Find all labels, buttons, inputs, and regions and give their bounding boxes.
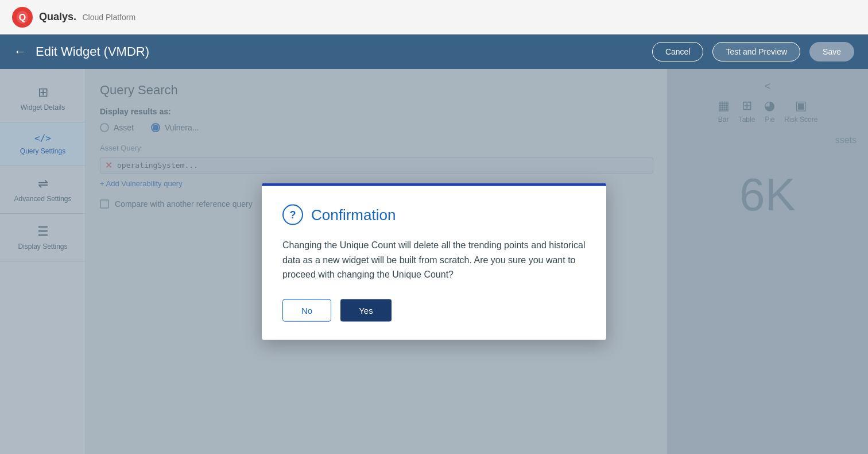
logo-area: Q Qualys. Cloud Platform [11, 6, 135, 28]
modal-no-button[interactable]: No [282, 299, 331, 321]
modal-title: Confirmation [311, 206, 396, 224]
qualys-logo-icon: Q [11, 6, 33, 28]
modal-message: Changing the Unique Count will delete al… [282, 238, 586, 282]
modal-question-icon: ? [282, 205, 303, 225]
save-button[interactable]: Save [809, 42, 854, 61]
main-layout: ⊞ Widget Details </> Query Settings ⇌ Ad… [0, 69, 868, 454]
logo-sub: Cloud Platform [82, 13, 135, 22]
modal-body: ? Confirmation Changing the Unique Count… [262, 186, 606, 340]
svg-text:Q: Q [19, 13, 26, 22]
page-title: Edit Widget (VMDR) [36, 44, 643, 59]
confirmation-modal: ? Confirmation Changing the Unique Count… [262, 183, 606, 340]
edit-widget-header: ← Edit Widget (VMDR) Cancel Test and Pre… [0, 34, 868, 69]
cancel-button[interactable]: Cancel [652, 42, 704, 61]
modal-actions: No Yes [282, 299, 586, 321]
back-button[interactable]: ← [14, 44, 26, 59]
modal-yes-button[interactable]: Yes [340, 299, 391, 321]
logo-text: Qualys. Cloud Platform [39, 11, 135, 23]
modal-header: ? Confirmation [282, 205, 586, 225]
test-and-preview-button[interactable]: Test and Preview [712, 42, 800, 61]
top-nav: Q Qualys. Cloud Platform [0, 0, 868, 34]
